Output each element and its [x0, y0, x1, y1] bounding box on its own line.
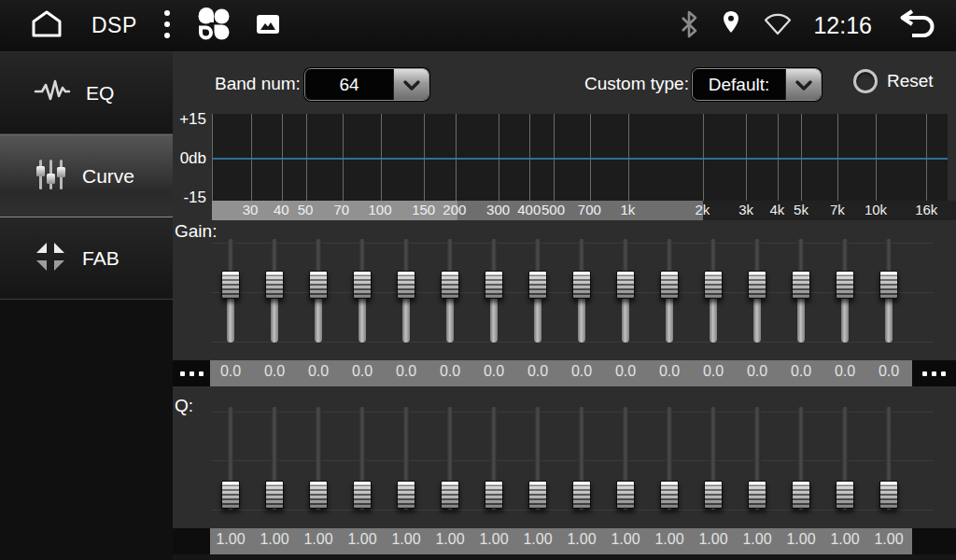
freq-tick-label: 7k: [830, 202, 845, 217]
q-slider[interactable]: [351, 407, 373, 510]
gain-slider[interactable]: [395, 239, 417, 343]
q-slider[interactable]: [790, 407, 812, 510]
gain-slider-thumb[interactable]: [748, 271, 766, 299]
gridline: [554, 114, 555, 201]
q-slider[interactable]: [439, 407, 461, 510]
location-icon[interactable]: [720, 9, 742, 43]
q-slider-thumb[interactable]: [528, 481, 547, 509]
q-slider-thumb[interactable]: [836, 481, 854, 509]
q-value: 1.00: [698, 531, 727, 548]
q-slider[interactable]: [658, 407, 681, 510]
q-slider[interactable]: [219, 407, 242, 510]
gain-slider-thumb[interactable]: [353, 271, 372, 299]
reset-radio-icon[interactable]: [853, 69, 878, 93]
q-slider-thumb[interactable]: [704, 481, 723, 509]
sidebar-item-fab[interactable]: FAB: [0, 217, 173, 300]
q-slider[interactable]: [702, 407, 724, 510]
q-slider[interactable]: [307, 407, 330, 510]
q-slider[interactable]: [614, 407, 637, 510]
q-slider-thumb[interactable]: [616, 481, 635, 509]
sidebar-item-curve[interactable]: Curve: [0, 134, 173, 217]
q-slider-thumb[interactable]: [879, 481, 898, 509]
gain-slider[interactable]: [439, 239, 461, 343]
gridline: [282, 114, 283, 201]
gain-slider[interactable]: [702, 239, 724, 343]
gain-slider-thumb[interactable]: [485, 271, 503, 299]
gain-value: 0.0: [659, 363, 680, 380]
gain-slider[interactable]: [658, 239, 681, 343]
gain-slider-thumb[interactable]: [572, 271, 591, 299]
divider: [212, 510, 934, 511]
q-slider[interactable]: [263, 407, 286, 510]
q-slider-thumb[interactable]: [309, 481, 328, 509]
freq-tick-label: 3k: [738, 202, 753, 217]
q-slider-thumb[interactable]: [485, 481, 503, 509]
q-slider-thumb[interactable]: [441, 481, 459, 509]
band-num-dropdown[interactable]: 64: [304, 68, 429, 101]
gain-slider-thumb[interactable]: [792, 271, 810, 299]
q-slider[interactable]: [878, 407, 900, 510]
gain-slider-thumb[interactable]: [836, 271, 854, 299]
y-tick-minus15: -15: [173, 189, 206, 207]
gain-slider-thumb[interactable]: [660, 271, 679, 299]
gain-scroll-right-button[interactable]: [912, 360, 956, 386]
gain-slider[interactable]: [483, 239, 505, 343]
gain-slider[interactable]: [570, 239, 593, 343]
back-icon[interactable]: [893, 7, 935, 45]
chevron-down-icon[interactable]: [393, 69, 429, 100]
gain-slider-thumb[interactable]: [528, 271, 547, 299]
q-slider[interactable]: [395, 407, 417, 510]
freq-axis-band[interactable]: 304050701001502003004005007001k2k3k4k5k7…: [212, 201, 956, 220]
gain-slider-thumb[interactable]: [704, 271, 723, 299]
wifi-icon[interactable]: [763, 12, 793, 40]
gain-slider[interactable]: [527, 239, 549, 343]
q-slider[interactable]: [483, 407, 505, 510]
freq-axis: 304050701001502003004005007001k2k3k4k5k7…: [212, 201, 948, 220]
q-slider[interactable]: [746, 407, 768, 510]
gain-scroll-left-button[interactable]: [173, 360, 210, 386]
reset-button[interactable]: Reset: [853, 69, 934, 93]
q-slider-thumb[interactable]: [265, 481, 284, 509]
gain-slider-thumb[interactable]: [221, 271, 240, 299]
q-value: 1.00: [654, 531, 683, 548]
sidebar-item-eq[interactable]: EQ: [0, 52, 173, 134]
gain-slider[interactable]: [307, 239, 330, 343]
q-slider[interactable]: [527, 407, 549, 510]
q-slider-thumb[interactable]: [748, 481, 766, 509]
gain-slider-thumb[interactable]: [616, 271, 635, 299]
q-slider[interactable]: [570, 407, 593, 510]
gridline: [778, 114, 779, 201]
gain-slider[interactable]: [790, 239, 812, 343]
gain-slider-thumb[interactable]: [441, 271, 459, 299]
gain-slider[interactable]: [614, 239, 637, 343]
gallery-icon[interactable]: [255, 11, 281, 41]
q-slider-thumb[interactable]: [792, 481, 810, 509]
bluetooth-icon[interactable]: [679, 9, 699, 43]
q-value: 1.00: [303, 531, 332, 548]
freq-tick-label: 200: [443, 202, 466, 217]
gain-slider-thumb[interactable]: [309, 271, 328, 299]
q-values: 1.001.001.001.001.001.001.001.001.001.00…: [210, 528, 912, 554]
overflow-menu-icon[interactable]: [162, 8, 173, 44]
q-slider[interactable]: [834, 407, 856, 510]
custom-type-dropdown[interactable]: Default:: [692, 68, 822, 101]
q-slider-thumb[interactable]: [221, 481, 240, 509]
q-slider-thumb[interactable]: [353, 481, 372, 509]
gain-slider[interactable]: [746, 239, 768, 343]
gridline: [703, 114, 704, 201]
q-slider-thumb[interactable]: [397, 481, 415, 509]
gain-slider[interactable]: [219, 239, 242, 343]
gain-slider-thumb[interactable]: [879, 271, 898, 299]
q-slider-thumb[interactable]: [572, 481, 591, 509]
gain-slider-thumb[interactable]: [397, 271, 415, 299]
home-icon[interactable]: [26, 9, 67, 43]
gain-slider[interactable]: [263, 239, 286, 343]
gain-slider[interactable]: [878, 239, 900, 343]
gridline: [381, 114, 382, 201]
apps-clover-icon[interactable]: [197, 7, 231, 45]
gain-slider[interactable]: [834, 239, 856, 343]
q-slider-thumb[interactable]: [660, 481, 679, 509]
chevron-down-icon[interactable]: [785, 69, 821, 100]
gain-slider-thumb[interactable]: [265, 271, 284, 299]
gain-slider[interactable]: [351, 239, 373, 343]
